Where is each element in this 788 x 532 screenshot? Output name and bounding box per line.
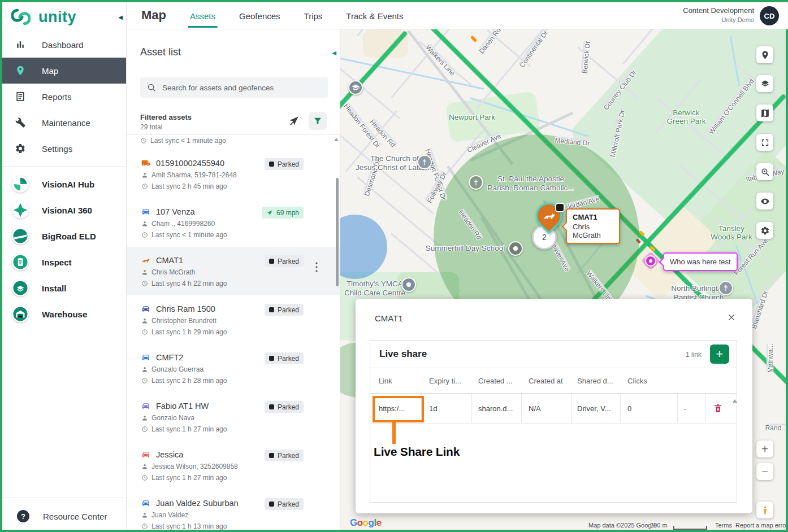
sidebar-item-install[interactable]: Install: [2, 275, 126, 301]
table-cell[interactable]: N/A: [529, 404, 541, 413]
map-control-layers-icon[interactable]: [756, 75, 773, 92]
asset-name: Jessica: [156, 450, 183, 459]
map-control-eye-icon[interactable]: [756, 193, 773, 210]
asset-sync-row: Last sync 2 h 28 min ago: [141, 377, 340, 385]
tab-trips[interactable]: Trips: [304, 2, 323, 29]
map-poi-church[interactable]: [469, 175, 483, 190]
zoom-in-button[interactable]: +: [756, 441, 773, 457]
asset-name: Juan Valdez Suburban: [156, 499, 239, 508]
pegman-button[interactable]: [756, 502, 773, 518]
add-link-button[interactable]: +: [710, 345, 729, 364]
sidebar-item-resource-center[interactable]: ? Resource Center: [2, 503, 126, 530]
asset-list-item[interactable]: CMFT2ParkedGonzalo GuerraaLast sync 2 h …: [127, 344, 340, 393]
resource-center-label: Resource Center: [43, 512, 107, 521]
table-cell[interactable]: -: [684, 404, 686, 413]
zoom-out-button[interactable]: −: [756, 463, 773, 480]
status-text: Parked: [278, 500, 299, 508]
search-input[interactable]: Search for assets and geofences: [140, 77, 328, 98]
asset-list-item[interactable]: JessicaParkedJessica Wilson, 3252609858L…: [127, 441, 340, 490]
table-cell[interactable]: Driver, V...: [577, 404, 611, 413]
scrollbar-thumb[interactable]: [336, 178, 339, 286]
sidebar-app-label: BigRoad ELD: [42, 232, 96, 241]
tab-track-events[interactable]: Track & Events: [346, 2, 403, 29]
map-poi-dot[interactable]: [508, 241, 523, 256]
map-control-fullscreen-icon[interactable]: [756, 134, 773, 151]
cat-icon: [543, 210, 556, 223]
map-poi-dot[interactable]: [401, 277, 416, 292]
wrench-icon: [15, 117, 26, 128]
sidebar-collapse-icon[interactable]: ◀: [118, 14, 123, 20]
geofence-marker[interactable]: [645, 255, 656, 267]
map-control-gear-icon[interactable]: [756, 222, 773, 239]
panel-collapse-icon[interactable]: ◀: [332, 50, 336, 56]
visionai-360-icon: [12, 202, 29, 219]
table-header-shared-d-: Shared d...: [577, 377, 613, 385]
asset-list-item[interactable]: 107 Venza69 mphCham ., 4169998260Last sy…: [127, 198, 340, 247]
asset-list-item[interactable]: Fabio AT1 HWParkedGonzalo NavaLast sync …: [127, 393, 340, 441]
table-scroll-icon: [733, 399, 737, 403]
avatar[interactable]: CD: [760, 6, 779, 25]
table-cell-divider: [471, 394, 472, 424]
asset-list-item[interactable]: Chris Ram 1500ParkedChristopher Brundret…: [127, 295, 340, 344]
sidebar-item-reports[interactable]: Reports: [2, 84, 126, 110]
sidebar-item-label: Map: [42, 66, 58, 76]
sidebar-nav: DashboardMapReportsMaintenanceSettings: [2, 32, 126, 162]
annotation-pointer-line: [392, 422, 396, 444]
parked-square-icon: [269, 307, 274, 312]
map-poi-church[interactable]: [417, 155, 432, 169]
table-cell[interactable]: 0: [627, 404, 631, 413]
asset-driver-row: Cham ., 4169998260: [141, 220, 340, 228]
sidebar-item-bigroad-eld[interactable]: BigRoad ELD: [2, 223, 126, 249]
google-logo: Google: [350, 517, 382, 529]
car-icon: [140, 499, 151, 508]
map-terms-link[interactable]: Terms: [715, 522, 732, 529]
map-control-location-icon[interactable]: [756, 46, 773, 63]
asset-pin-cmat1[interactable]: [535, 202, 566, 239]
sidebar-item-dashboard[interactable]: Dashboard: [2, 32, 126, 58]
asset-list-item[interactable]: Juan Valdez SuburbanParkedJuan ValdezLas…: [127, 490, 340, 530]
close-icon[interactable]: [726, 312, 737, 322]
scroll-up-icon[interactable]: [334, 138, 339, 141]
asset-title-row: Jessica: [140, 450, 340, 459]
table-cell-divider: [620, 394, 621, 424]
filter-button[interactable]: [309, 112, 327, 130]
table-cell-divider: [677, 394, 678, 424]
tab-geofences[interactable]: Geofences: [239, 2, 280, 29]
person-icon: [141, 463, 148, 470]
asset-sync-row: Last sync 4 h 22 min ago: [141, 280, 340, 287]
map-poi-church[interactable]: [718, 281, 733, 295]
asset-menu-icon[interactable]: [312, 260, 321, 274]
partial-sync-text: Last sync < 1 minute ago: [150, 137, 226, 145]
person-icon: [141, 415, 148, 421]
asset-list-item[interactable]: 015910002455940ParkedAmit Sharma, 519-78…: [127, 150, 340, 198]
asset-name: CMFT2: [156, 353, 183, 362]
sidebar-item-visionai-360[interactable]: VisionAI 360: [2, 197, 126, 223]
map-control-zoom-area-icon[interactable]: [756, 163, 773, 180]
asset-list-item[interactable]: CMAT1ParkedChris McGrathLast sync 4 h 22…: [127, 247, 340, 295]
sidebar-item-settings[interactable]: Settings: [2, 136, 126, 162]
asset-driver-row: Amit Sharma, 519-781-2648: [141, 171, 340, 179]
table-cell[interactable]: 1d: [429, 404, 437, 413]
clear-location-filter-icon[interactable]: [288, 115, 300, 127]
sidebar-item-label: Settings: [42, 144, 72, 154]
map-label-poi: St. Paul the Apostle Parish, Roman Catho…: [487, 175, 574, 193]
asset-name: 107 Venza: [156, 207, 195, 216]
sidebar-item-warehouse[interactable]: Warehouse: [2, 301, 126, 327]
parked-square-icon: [269, 356, 274, 361]
sidebar-item-visionai-hub[interactable]: VisionAI Hub: [2, 171, 126, 197]
sidebar-item-inspect[interactable]: Inspect: [2, 249, 126, 275]
map-poi-school[interactable]: [348, 80, 363, 95]
asset-sync-row: Last sync < 1 minute ago: [141, 231, 340, 239]
map-control-basemap-icon[interactable]: [756, 104, 773, 121]
car-icon: [140, 450, 151, 459]
map-report-error-link[interactable]: Report a map error: [735, 522, 786, 529]
warehouse-icon: [12, 306, 29, 322]
sidebar-item-maintenance[interactable]: Maintenance: [2, 110, 126, 136]
delete-link-button[interactable]: [712, 402, 724, 415]
table-header-expiry-ti-: Expiry ti...: [429, 377, 461, 385]
tab-assets[interactable]: Assets: [190, 2, 215, 29]
table-cell[interactable]: sharon.d...: [478, 404, 513, 413]
account-info[interactable]: Content Development Unity Demo: [683, 6, 754, 23]
sidebar-item-map[interactable]: Map: [2, 58, 126, 84]
reports-icon: [15, 91, 26, 102]
